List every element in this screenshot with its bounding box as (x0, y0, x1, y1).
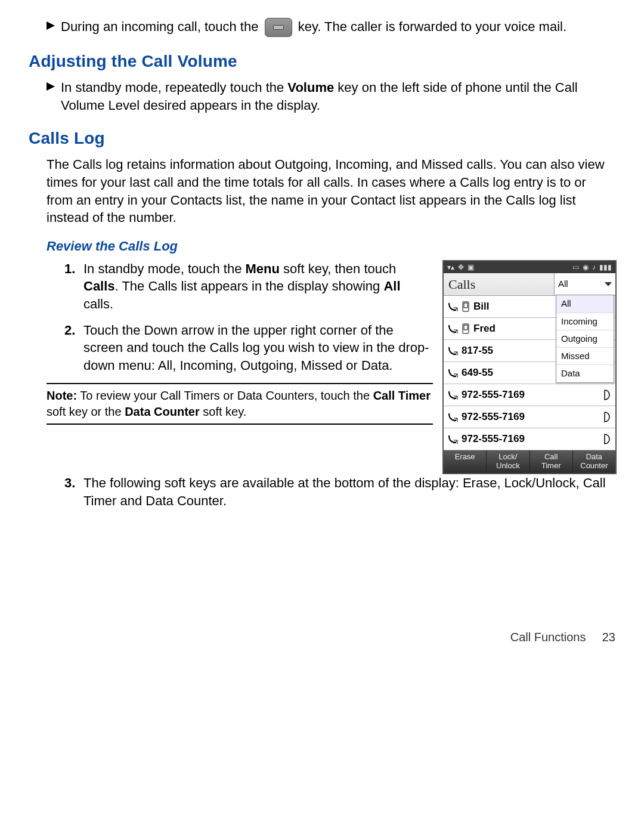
calls-filter-dropdown-menu[interactable]: AllIncomingOutgoingMissedData (556, 295, 614, 382)
svg-rect-5 (464, 325, 467, 330)
call-row[interactable]: 972-555-7169 (444, 428, 615, 450)
step-1-number: 1. (64, 260, 83, 313)
alarm-icon: ◉ (583, 262, 589, 272)
step-2: 2. Touch the Down arrow in the upper rig… (64, 322, 433, 375)
step-3: 3. The following soft keys are available… (64, 474, 615, 509)
card-icon: ▭ (572, 262, 579, 272)
heading-calls-log: Calls Log (29, 127, 615, 150)
heading-adjust-volume: Adjusting the Call Volume (29, 50, 615, 73)
step-1-text: In standby mode, touch the Menu soft key… (83, 260, 433, 313)
intro-post: key. The caller is forwarded to your voi… (298, 19, 566, 34)
softkey[interactable]: Erase (444, 450, 487, 473)
phone-title: Calls (444, 273, 554, 296)
call-row-label: 972-555-7169 (462, 410, 599, 424)
play-bullet-icon (47, 82, 55, 91)
step-3-number: 3. (64, 474, 83, 509)
outgoing-call-icon (447, 301, 458, 312)
step-1: 1. In standby mode, touch the Menu soft … (64, 260, 433, 313)
dropdown-item[interactable]: All (556, 295, 614, 313)
outgoing-call-icon (447, 434, 458, 444)
call-row[interactable]: 972-555-7169 (444, 384, 615, 406)
sound-icon: ♪ (592, 262, 596, 272)
phone-softkey-bar: EraseLock/ UnlockCall TimerData Counter (444, 450, 615, 473)
svg-rect-3 (464, 303, 467, 308)
intro-pre: During an incoming call, touch the (61, 19, 262, 34)
calls-log-paragraph: The Calls log retains information about … (47, 156, 615, 227)
step-2-number: 2. (64, 322, 83, 375)
softkey[interactable]: Call Timer (530, 450, 573, 473)
outgoing-call-icon (447, 367, 458, 378)
dropdown-item[interactable]: Outgoing (556, 330, 614, 348)
heading-review-calls-log: Review the Calls Log (47, 237, 615, 255)
phone-status-bar: ▾▴ ✥ ▣ ▭ ◉ ♪ ▮▮▮ (444, 261, 615, 273)
volume-pre: In standby mode, repeatedly touch the (61, 80, 287, 95)
sync-icon: ▣ (467, 262, 474, 272)
note-box: Note: To review your Call Timers or Data… (47, 383, 433, 425)
svg-marker-0 (47, 21, 55, 30)
play-bullet-icon (47, 21, 55, 30)
voicemail-icon (602, 389, 612, 401)
phone-title-bar: Calls All (444, 273, 615, 296)
dropdown-item[interactable]: Data (556, 365, 614, 382)
phone-call-list: BillFred817-55649-55972-555-7169972-555-… (444, 296, 615, 450)
outgoing-call-icon (447, 323, 458, 334)
outgoing-call-icon (447, 345, 458, 356)
dropdown-item[interactable]: Missed (556, 348, 614, 365)
page-footer: Call Functions 23 (29, 629, 615, 645)
step-3-text: The following soft keys are available at… (83, 474, 615, 509)
dropdown-item[interactable]: Incoming (556, 313, 614, 330)
bluetooth-icon: ✥ (458, 262, 464, 272)
phone-key-icon (265, 18, 292, 37)
softkey[interactable]: Lock/ Unlock (487, 450, 530, 473)
contact-icon (462, 323, 470, 334)
contact-icon (462, 301, 470, 312)
step-2-text: Touch the Down arrow in the upper right … (83, 322, 433, 375)
outgoing-call-icon (447, 390, 458, 400)
svg-marker-1 (47, 82, 55, 91)
chevron-down-icon (605, 282, 612, 286)
voicemail-icon (602, 411, 612, 423)
battery-icon: ▮▮▮ (599, 262, 612, 272)
volume-text: In standby mode, repeatedly touch the Vo… (61, 79, 615, 114)
intro-text: During an incoming call, touch the key. … (61, 18, 615, 37)
signal-icon: ▾▴ (447, 262, 454, 272)
voicemail-icon (602, 433, 612, 445)
intro-bullet: During an incoming call, touch the key. … (47, 18, 615, 37)
note-label: Note: (47, 389, 77, 402)
call-row-label: 972-555-7169 (462, 432, 599, 446)
dropdown-selected: All (558, 278, 568, 290)
call-row[interactable]: 972-555-7169 (444, 406, 615, 428)
softkey[interactable]: Data Counter (573, 450, 615, 473)
footer-section: Call Functions (510, 630, 586, 644)
phone-screenshot: ▾▴ ✥ ▣ ▭ ◉ ♪ ▮▮▮ Calls All (442, 260, 617, 475)
volume-bullet: In standby mode, repeatedly touch the Vo… (47, 79, 615, 114)
volume-bold: Volume (287, 80, 334, 95)
outgoing-call-icon (447, 412, 458, 422)
calls-filter-dropdown[interactable]: All (554, 273, 615, 296)
footer-page-number: 23 (589, 629, 615, 645)
call-row-label: 972-555-7169 (462, 388, 599, 402)
